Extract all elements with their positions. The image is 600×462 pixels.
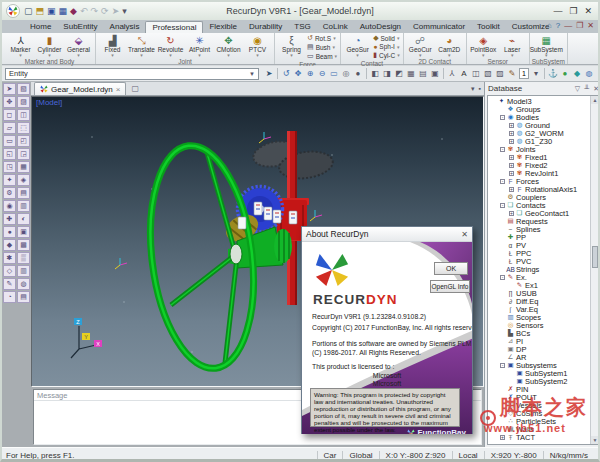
ribbon-button-fixed[interactable]: ▟Fixed▾ <box>98 34 127 57</box>
toolbar-icon[interactable]: ⊖ <box>316 67 328 81</box>
side-tool-icon[interactable]: ▥ <box>17 265 30 277</box>
tree-item-g1-z30[interactable]: +◍G1_Z30 <box>488 137 590 145</box>
toolbar-icon[interactable]: ◆ <box>571 67 583 81</box>
toolbar-icon[interactable]: ▤ <box>417 67 429 81</box>
tree-item-splines[interactable]: ~Splines <box>488 225 590 233</box>
filter-icon[interactable]: ▽ <box>575 85 580 93</box>
tree-item-tact[interactable]: +ŦTACT <box>488 433 590 441</box>
tab-bar-controls[interactable]: ▾▪ <box>471 85 481 93</box>
side-tool-icon[interactable]: ◉ <box>3 200 16 212</box>
side-tool-icon[interactable]: ✦ <box>3 174 16 186</box>
collapse-icon[interactable]: - <box>500 203 505 208</box>
toolbar-icon[interactable]: ● <box>352 67 364 81</box>
tree-item-groups[interactable]: ❖Groups <box>488 105 590 113</box>
ribbon-button-ptcv[interactable]: ◉PTCV▾ <box>243 34 272 57</box>
doc-restore-icon[interactable]: ❐ <box>576 21 583 30</box>
new-document-icon[interactable]: ▢ <box>131 82 139 95</box>
toolbar-icon[interactable]: A <box>458 67 470 81</box>
ribbon-button-general[interactable]: ⬙General▾ <box>64 34 93 57</box>
ribbon-button-solid[interactable]: ◆Solid▾ <box>373 34 400 42</box>
tree-item-subsystem2[interactable]: ▣SubSystem2 <box>488 377 590 385</box>
side-tool-icon[interactable]: ➤ <box>3 83 16 95</box>
toolbar-icon[interactable]: ◎ <box>340 67 352 81</box>
collapse-icon[interactable]: - <box>500 147 505 152</box>
scroll-up-icon[interactable]: ▲ <box>591 96 599 104</box>
toolbar-icon[interactable]: ◫ <box>470 67 482 81</box>
side-tool-icon[interactable]: ◆ <box>3 239 16 251</box>
tree-item-diff-eq[interactable]: ∂Diff.Eq <box>488 297 590 305</box>
redo-icon[interactable]: ↷ <box>91 6 99 16</box>
tree-item-pi[interactable]: ⊿PI <box>488 337 590 345</box>
ribbon-button-revolute[interactable]: ↻Revolute▾ <box>156 34 185 57</box>
tree-item-bcs[interactable]: ▙BCs <box>488 329 590 337</box>
ribbon-button-cam2d[interactable]: ◕Cam2D▾ <box>435 34 464 57</box>
expand-icon[interactable]: + <box>509 131 514 136</box>
refresh-icon[interactable]: ⟳ <box>101 6 109 16</box>
side-tool-icon[interactable]: ▤ <box>17 187 30 199</box>
toolbar-icon[interactable]: ➤ <box>263 67 275 81</box>
pin-icon[interactable]: ╨ <box>584 85 589 93</box>
side-tool-icon[interactable]: ✥ <box>3 96 16 108</box>
side-tool-icon[interactable]: ▒ <box>17 252 30 264</box>
expand-icon[interactable]: + <box>509 187 514 192</box>
doc-minimize-icon[interactable]: — <box>564 21 572 30</box>
save-all-icon[interactable]: ▦ <box>59 6 68 16</box>
dialog-close-icon[interactable]: ✕ <box>461 230 468 239</box>
ribbon-button-cmotion[interactable]: ✥CMotion▾ <box>214 34 243 57</box>
tree-item-ex1[interactable]: ✎Ex1 <box>488 281 590 289</box>
close-panel-icon[interactable]: ✕ <box>593 85 599 93</box>
ribbon-button-geocur[interactable]: ☍GeoCur▾ <box>406 34 435 57</box>
toolbar-icon[interactable]: ⚓ <box>547 67 559 81</box>
collapse-icon[interactable]: - <box>500 275 505 280</box>
ribbon-tab-flexible[interactable]: Flexible <box>203 21 243 33</box>
side-tool-icon[interactable]: ◱ <box>3 148 16 160</box>
side-tool-icon[interactable]: ◳ <box>3 161 16 173</box>
tree-item-revjoint1[interactable]: +✾RevJoint1 <box>488 169 590 177</box>
side-tool-icon[interactable]: ✱ <box>3 252 16 264</box>
scrollbar-thumb[interactable] <box>592 246 598 268</box>
minimize-button[interactable]: — <box>553 6 562 16</box>
ribbon-tab-communicator[interactable]: Communicator <box>407 21 471 33</box>
tree-item-dp[interactable]: ▣DP <box>488 345 590 353</box>
toolbar-icon[interactable]: ▦ <box>405 67 417 81</box>
ribbon-button-translate[interactable]: ⤡Translate▾ <box>127 34 156 57</box>
tree-item-pin[interactable]: ✗PIN <box>488 385 590 393</box>
new-file-icon[interactable]: ▢ <box>24 6 33 16</box>
help-icon[interactable]: ? <box>556 21 560 30</box>
ribbon-button-spring[interactable]: ξSpring▾ <box>277 34 306 60</box>
ribbon-button-bush[interactable]: ▤Bush▾ <box>307 43 337 51</box>
side-tool-icon[interactable]: ▨ <box>17 96 30 108</box>
ok-button[interactable]: OK <box>434 262 468 275</box>
tab-close-icon[interactable]: × <box>116 85 121 94</box>
side-tool-icon[interactable]: ▧ <box>17 83 30 95</box>
side-tool-icon[interactable]: ▥ <box>17 200 30 212</box>
save-icon[interactable]: ▣ <box>47 6 56 16</box>
toolbar-icon[interactable]: ◍ <box>583 67 595 81</box>
side-tool-icon[interactable]: ◫ <box>17 109 30 121</box>
expand-icon[interactable]: + <box>509 139 514 144</box>
ribbon-tab-subentity[interactable]: SubEntity <box>57 21 103 33</box>
side-tool-icon[interactable]: ✎ <box>3 278 16 290</box>
toolbar-icon[interactable]: ▭ <box>328 67 340 81</box>
ribbon-button-atpoint[interactable]: ✳AtPoint▾ <box>185 34 214 57</box>
toolbar-icon[interactable]: ◩ <box>393 67 405 81</box>
ribbon-button-sph-i[interactable]: ●Sph-I▾ <box>373 43 400 50</box>
layer-number-field[interactable]: 1 <box>519 68 529 79</box>
expand-icon[interactable]: + <box>509 163 514 168</box>
ribbon-tab-toolkit[interactable]: Toolkit <box>471 21 506 33</box>
side-tool-icon[interactable]: ▱ <box>3 122 16 134</box>
toolbar-icon[interactable]: ▨ <box>494 67 506 81</box>
ribbon-tab-colink[interactable]: CoLink <box>317 21 354 33</box>
tab-list-icon[interactable]: ▪ <box>479 85 481 93</box>
entity-filter-combo[interactable]: Entity ▼ <box>5 68 259 80</box>
toolbar-icon[interactable]: ✥ <box>292 67 304 81</box>
tree-item-strings[interactable]: ABStrings <box>488 265 590 273</box>
ribbon-button-cyl-c[interactable]: ▮Cyl-C▾ <box>373 51 400 59</box>
scroll-down-icon[interactable]: ▼ <box>591 436 599 444</box>
database-scrollbar[interactable]: ▲ ▼ <box>590 96 599 444</box>
expand-icon[interactable]: + <box>509 155 514 160</box>
tree-item-pv[interactable]: αPV <box>488 241 590 249</box>
about-dialog[interactable]: About RecurDyn ✕ <box>301 226 473 434</box>
collapse-icon[interactable]: - <box>500 115 505 120</box>
doc-close-icon[interactable]: ✕ <box>587 21 594 30</box>
